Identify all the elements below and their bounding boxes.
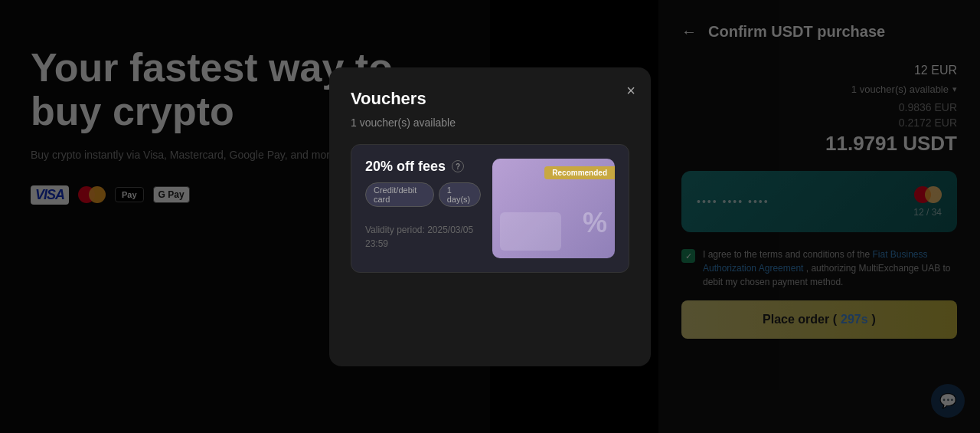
tag-card: Credit/debit card (365, 182, 434, 207)
voucher-image: Recommended % (492, 159, 615, 258)
modal-title: Vouchers (351, 89, 629, 109)
voucher-info-icon: ? (452, 160, 464, 172)
modal-subtitle: 1 voucher(s) available (351, 116, 629, 129)
voucher-card[interactable]: 20% off fees ? Credit/debit card 1 day(s… (351, 144, 629, 273)
voucher-percent-bg: % (583, 207, 607, 239)
vouchers-modal: Vouchers × 1 voucher(s) available 20% of… (329, 67, 651, 366)
modal-close-button[interactable]: × (626, 83, 635, 98)
voucher-validity: Validity period: 2025/03/05 23:59 (365, 225, 473, 249)
voucher-card-visual (500, 212, 561, 251)
tag-day: 1 day(s) (439, 182, 481, 207)
voucher-tags: Credit/debit card 1 day(s) (365, 182, 481, 207)
voucher-title: 20% off fees ? (365, 159, 481, 175)
modal-overlay: Vouchers × 1 voucher(s) available 20% of… (0, 0, 980, 433)
voucher-info: 20% off fees ? Credit/debit card 1 day(s… (365, 159, 481, 258)
recommended-badge: Recommended (544, 166, 615, 179)
